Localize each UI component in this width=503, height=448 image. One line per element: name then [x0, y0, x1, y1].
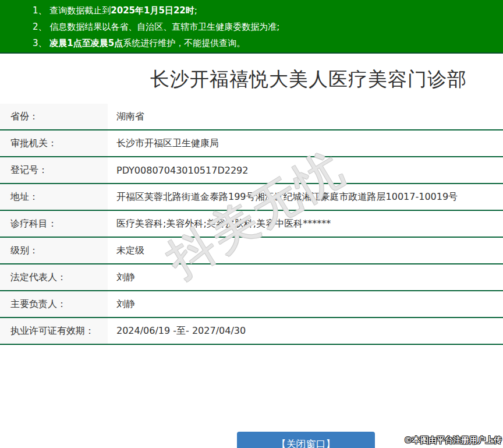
- notice-text: ;: [194, 5, 197, 16]
- institution-title: 长沙开福禧悦大美人医疗美容门诊部: [150, 66, 467, 93]
- row-value: 开福区芙蓉北路街道金泰路199号湘江世纪城湘江豪庭市政道路层10017-1001…: [108, 184, 458, 210]
- row-value: 刘静: [108, 291, 135, 317]
- table-row-main-person-in-charge: 主要负责人： 刘静: [0, 291, 503, 318]
- notice-line-1: 1、 查询数据截止到2025年1月5日22时;: [33, 2, 503, 19]
- notice-text: 2、 信息数据结果以各省、自治区、直辖市卫生健康委数据为准;: [33, 22, 279, 32]
- table-row-legal-representative: 法定代表人： 刘静: [0, 264, 503, 291]
- row-value: 未定级: [108, 238, 144, 263]
- notice-banner: 1、 查询数据截止到2025年1月5日22时; 2、 信息数据结果以各省、自治区…: [0, 0, 503, 54]
- notice-text: 系统进行维护，不能提供查询。: [123, 38, 245, 48]
- row-label: 诊疗科目：: [0, 211, 108, 237]
- table-row-level: 级别： 未定级: [0, 238, 503, 264]
- row-value: 刘静: [108, 264, 135, 290]
- notice-bold-text: 2025年1月5日22时: [111, 5, 194, 16]
- close-window-button[interactable]: 【关闭窗口】: [237, 432, 375, 448]
- table-row-treatment-subjects: 诊疗科目： 医疗美容科;美容外科;美容皮肤科;美容中医科******: [0, 211, 503, 238]
- table-row-address: 地址： 开福区芙蓉北路街道金泰路199号湘江世纪城湘江豪庭市政道路层10017-…: [0, 184, 503, 211]
- notice-bold-text: 凌晨1点至凌晨5点: [49, 38, 123, 48]
- notice-line-2: 2、 信息数据结果以各省、自治区、直辖市卫生健康委数据为准;: [33, 19, 503, 35]
- row-value: PDY00807043010517D2292: [108, 157, 248, 183]
- institution-info-table: 省份： 湖南省 审批机关： 长沙市开福区卫生健康局 登记号： PDY008070…: [0, 104, 503, 345]
- row-label: 法定代表人：: [0, 264, 108, 290]
- notice-line-3: 3、 凌晨1点至凌晨5点系统进行维护，不能提供查询。: [33, 35, 503, 51]
- row-value: 2024/06/19 -至- 2027/04/30: [108, 318, 246, 344]
- row-label: 地址：: [0, 184, 108, 210]
- row-label: 执业许可证有效期：: [0, 318, 108, 344]
- row-value: 湖南省: [108, 104, 144, 129]
- table-row-license-validity: 执业许可证有效期： 2024/06/19 -至- 2027/04/30: [0, 318, 503, 345]
- row-label: 省份：: [0, 104, 108, 129]
- row-value: 医疗美容科;美容外科;美容皮肤科;美容中医科******: [108, 211, 331, 237]
- row-value: 长沙市开福区卫生健康局: [108, 130, 219, 156]
- row-label: 级别：: [0, 238, 108, 263]
- notice-text: 3、: [33, 38, 49, 48]
- table-row-province: 省份： 湖南省: [0, 104, 503, 130]
- row-label: 主要负责人：: [0, 291, 108, 317]
- row-label: 登记号：: [0, 157, 108, 183]
- copyright-overlay: ©本图由平台注册用户上传: [404, 435, 502, 446]
- table-row-registration-number: 登记号： PDY00807043010517D2292: [0, 157, 503, 184]
- table-row-approval-authority: 审批机关： 长沙市开福区卫生健康局: [0, 130, 503, 157]
- row-label: 审批机关：: [0, 130, 108, 156]
- notice-text: 1、 查询数据截止到: [33, 5, 111, 16]
- query-result-page: 1、 查询数据截止到2025年1月5日22时; 2、 信息数据结果以各省、自治区…: [0, 0, 503, 448]
